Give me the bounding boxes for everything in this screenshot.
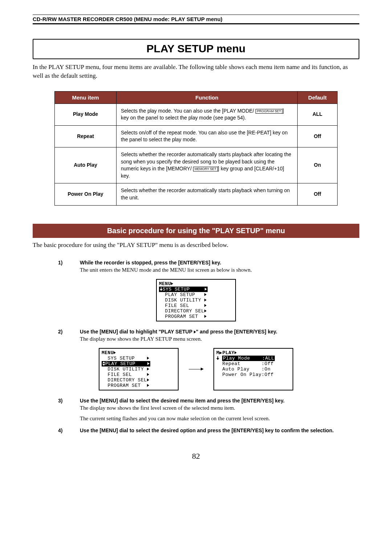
step-desc: The current setting flashes and you can … [80,415,359,422]
cell-default: On [298,147,338,183]
step-heading: Use the [MENU] dial to select the desire… [80,398,359,404]
triangle-right-icon [204,315,207,318]
page-header: CD-R/RW MASTER RECORDER CR500 (MENU mode… [33,15,359,24]
section-intro: The basic procedure for using the "PLAY … [33,242,359,249]
lcd-screen: MENU SYS SETUP PLAY SETUP DISK UTILITY F… [156,279,236,321]
triangle-right-icon [147,378,149,381]
cell-item: Play Mode [55,104,117,125]
th-function: Function [117,91,298,104]
triangle-right-icon [147,373,149,376]
step: 1) While the recorder is stopped, press … [33,260,359,274]
cell-default: ALL [298,104,338,125]
triangle-right-icon [147,357,149,360]
triangle-right-icon [147,384,149,387]
lcd-title: MENU [102,350,176,356]
th-default: Default [298,91,338,104]
section-heading: Basic procedure for using the "PLAY SETU… [33,224,359,238]
step-desc: The display now shows the PLAY SETUP men… [80,335,359,343]
page-number: 82 [33,451,359,461]
step-heading: Use the [MENU] dial to highlight "PLAY S… [80,329,359,335]
step-number: 3) [58,398,80,422]
cell-function: Selects on/off of the repeat mode. You c… [117,125,298,147]
triangle-right-icon [205,288,207,291]
lcd-title: MENU [159,281,233,287]
cell-item: Auto Play [55,147,117,183]
triangle-right-icon [234,351,237,354]
lcd-screen-right: M▶PLAY Play Mode :ALL Repeat :Off Auto P… [213,348,293,390]
table-row: Power On Play Selects whether the record… [55,183,338,205]
triangle-right-icon [204,299,207,301]
cell-default: Off [298,183,338,205]
step: 4) Use the [MENU] dial to select the des… [33,428,359,433]
triangle-right-icon [204,304,207,307]
page-title: PLAY SETUP menu [33,39,359,59]
step: 3) Use the [MENU] dial to select the des… [33,398,359,422]
step-heading: While the recorder is stopped, press the… [80,260,359,266]
lcd-screen-left: MENU SYS SETUP PLAY SETUP DISK UTILITY F… [99,348,179,390]
triangle-right-icon [204,293,207,296]
step-desc: The display now shows the first level sc… [80,404,359,412]
triangle-right-icon [147,362,150,365]
lcd-title: M▶PLAY [216,350,290,356]
cell-default: Off [298,125,338,147]
triangle-right-icon [204,309,207,312]
down-arrow-icon [160,287,163,291]
key-label: MEMORY SET [193,167,218,171]
triangle-right-icon [147,368,149,370]
triangle-right-icon [171,282,173,285]
table-row: Repeat Selects on/off of the repeat mode… [55,125,338,147]
th-item: Menu item [55,91,117,104]
updown-arrow-icon [102,361,105,366]
cell-function: Selects the play mode. You can also use … [117,104,298,125]
intro-text: In the PLAY SETUP menu, four menu items … [33,63,359,80]
table-row: Auto Play Selects whether the recorder a… [55,147,338,183]
key-label: PROGRAM SET [256,109,283,114]
step: 2) Use the [MENU] dial to highlight "PLA… [33,329,359,343]
cell-function: Selects whether the recorder automatical… [117,183,298,205]
step-desc: The unit enters the MENU mode and the ME… [80,266,359,274]
cell-function: Selects whether the recorder automatical… [117,147,298,183]
cell-item: Repeat [55,125,117,147]
step-heading: Use the [MENU] dial to select the desire… [80,428,359,433]
step-number: 1) [58,260,80,274]
table-row: Play Mode Selects the play mode. You can… [55,104,338,125]
arrow-right-icon [189,369,203,369]
cell-item: Power On Play [55,183,117,205]
step-number: 2) [58,329,80,343]
play-setup-table: Menu item Function Default Play Mode Sel… [54,91,338,206]
down-arrow-icon [216,356,219,360]
triangle-right-icon [114,351,116,354]
step-number: 4) [58,428,80,433]
